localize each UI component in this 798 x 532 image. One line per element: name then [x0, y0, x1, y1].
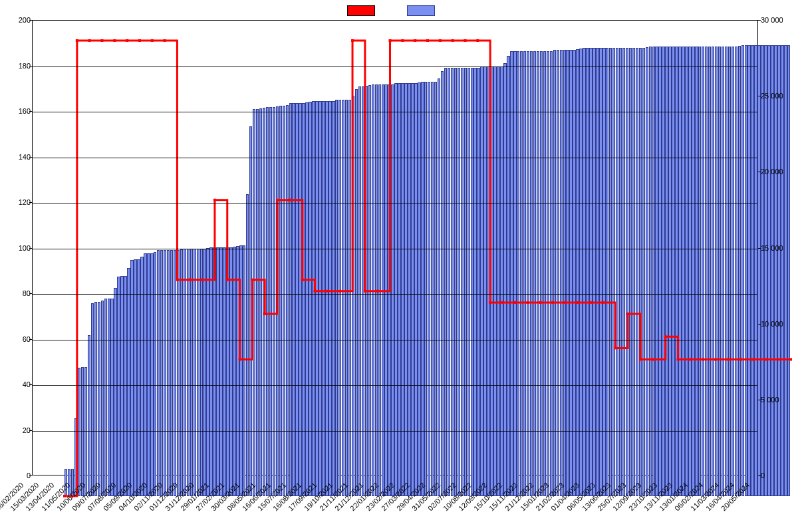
ytick-right: 10 000 [761, 320, 798, 328]
line-marker [452, 39, 454, 42]
line-marker [514, 301, 517, 304]
line-marker [151, 39, 154, 42]
line-marker [652, 358, 654, 361]
ytick-right: 25 000 [761, 92, 798, 100]
line-marker [752, 358, 755, 361]
line-marker [614, 346, 616, 349]
ytick-left: 200 [4, 16, 31, 24]
line-marker [677, 358, 680, 361]
line-marker [401, 39, 404, 42]
ytick-right: 5 000 [761, 396, 798, 404]
line-marker [639, 358, 642, 361]
ytick-right: 15 000 [761, 244, 798, 252]
line-marker [76, 39, 78, 42]
line-marker [464, 39, 466, 42]
line-marker [376, 290, 379, 293]
ytick-left: 20 [4, 426, 31, 434]
line-marker [739, 358, 742, 361]
line-marker [188, 279, 191, 281]
line-marker [301, 279, 304, 281]
line-marker [527, 301, 529, 304]
line-marker [539, 301, 541, 304]
line-marker [777, 358, 779, 361]
line-marker [714, 358, 717, 361]
price-line [65, 41, 791, 496]
line-marker [88, 39, 91, 42]
line-marker [113, 39, 116, 42]
ytick-left: 60 [4, 335, 31, 343]
line-marker [126, 39, 128, 42]
line-marker [276, 199, 279, 201]
line-marker [764, 358, 767, 361]
line-marker [551, 301, 554, 304]
ytick-left: 80 [4, 289, 31, 297]
line-marker [702, 358, 704, 361]
line-marker [314, 290, 317, 293]
line-marker [164, 39, 166, 42]
line-marker [476, 39, 479, 42]
ytick-left: 40 [4, 380, 31, 388]
dual-axis-chart: 020406080100120140160180200 05 00010 000… [0, 0, 798, 532]
ytick-right: 30 000 [761, 16, 798, 24]
line-marker [626, 313, 629, 315]
line-marker [501, 301, 504, 304]
line-marker [489, 301, 491, 304]
line-marker [251, 279, 253, 281]
line-marker [338, 290, 341, 293]
line-marker [789, 358, 792, 361]
ytick-left: 140 [4, 153, 31, 161]
ytick-right: 0 [761, 471, 798, 479]
line-marker [239, 358, 241, 361]
ytick-left: 100 [4, 244, 31, 252]
plot-area [32, 20, 758, 475]
line-marker [389, 39, 392, 42]
line-marker [664, 335, 667, 338]
line-marker [351, 39, 354, 42]
legend-swatch-bars [407, 5, 435, 16]
line-layer [65, 41, 791, 496]
line-marker [213, 199, 216, 201]
ytick-left: 180 [4, 62, 31, 70]
line-marker [138, 39, 141, 42]
ytick-left: 160 [4, 107, 31, 115]
line-marker [100, 39, 103, 42]
line-marker [577, 301, 579, 304]
line-marker [263, 313, 266, 315]
line-marker [201, 279, 203, 281]
line-marker [589, 301, 592, 304]
line-marker [176, 279, 178, 281]
ytick-right: 20 000 [761, 168, 798, 176]
ytick-left: 0 [4, 471, 31, 479]
line-marker [289, 199, 291, 201]
line-marker [326, 290, 329, 293]
legend-swatch-line [347, 5, 375, 16]
line-marker [602, 301, 604, 304]
line-marker [564, 301, 567, 304]
line-marker [727, 358, 730, 361]
line-marker [364, 290, 366, 293]
line-marker [226, 279, 229, 281]
line-marker [689, 358, 692, 361]
line-marker [426, 39, 429, 42]
ytick-left: 120 [4, 198, 31, 206]
line-marker [439, 39, 442, 42]
legend [0, 5, 798, 16]
line-marker [414, 39, 416, 42]
